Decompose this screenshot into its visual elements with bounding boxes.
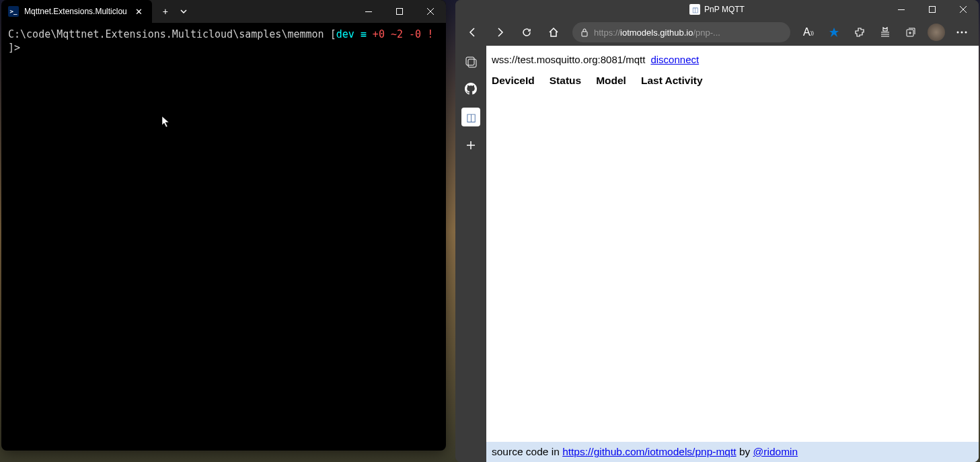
browser-main: ◫ wss://test.mosquitto.org:8081/mqtt dis…: [455, 46, 979, 462]
page-footer: source code in https://github.com/iotmod…: [486, 442, 979, 462]
forward-button[interactable]: [488, 22, 512, 43]
header-model: Model: [596, 75, 626, 87]
browser-title: ◫ PnP MQTT: [689, 4, 745, 15]
back-button[interactable]: [461, 22, 485, 43]
footer-author-link[interactable]: @ridomin: [753, 446, 798, 457]
page-top: wss://test.mosquitto.org:8081/mqtt disco…: [486, 46, 979, 95]
svg-rect-0: [365, 11, 372, 12]
close-button[interactable]: [415, 0, 446, 23]
browser-window: ◫ PnP MQTT: [455, 0, 979, 462]
connection-info: wss://test.mosquitto.org:8081/mqtt disco…: [492, 54, 973, 65]
prompt-excl: !: [427, 28, 433, 40]
svg-rect-1: [397, 9, 403, 15]
close-tab-icon[interactable]: ✕: [133, 5, 145, 18]
sidebar-add-icon[interactable]: [463, 137, 479, 153]
mouse-cursor-icon: [161, 116, 171, 128]
pnp-favicon-icon: ◫: [689, 4, 700, 15]
header-last-activity: Last Activity: [641, 75, 703, 87]
svg-rect-10: [468, 59, 476, 67]
more-menu-icon[interactable]: [950, 22, 973, 43]
browser-titlebar[interactable]: ◫ PnP MQTT: [455, 0, 979, 19]
browser-window-controls: [886, 0, 979, 19]
header-status: Status: [550, 75, 581, 87]
prompt-equals: ≡: [361, 28, 367, 40]
device-table-header: DeviceId Status Model Last Activity: [492, 75, 973, 87]
header-device-id: DeviceId: [492, 75, 535, 87]
minimize-button[interactable]: [353, 0, 384, 23]
read-aloud-icon[interactable]: A)): [797, 22, 820, 43]
lock-icon: [580, 28, 589, 37]
browser-toolbar: https://iotmodels.github.io/pnp-... A)): [455, 19, 979, 46]
footer-repo-link[interactable]: https://github.com/iotmodels/pnp-mqtt: [562, 446, 736, 457]
home-button[interactable]: [541, 22, 566, 43]
prompt-arrow: ]>: [8, 42, 20, 54]
edge-sidebar: ◫: [455, 46, 486, 462]
prompt-plus: +0: [373, 28, 385, 40]
terminal-tab-title: Mqttnet.Extensions.Multiclou: [24, 7, 127, 16]
terminal-titlebar: >_ Mqttnet.Extensions.Multiclou ✕ +: [1, 0, 446, 23]
maximize-button[interactable]: [384, 0, 415, 23]
collections-icon[interactable]: [899, 22, 922, 43]
terminal-tab[interactable]: >_ Mqttnet.Extensions.Multiclou ✕: [1, 0, 152, 23]
favorites-list-icon[interactable]: [874, 22, 897, 43]
svg-rect-2: [898, 9, 905, 10]
footer-prefix: source code in: [492, 446, 562, 457]
browser-title-text: PnP MQTT: [704, 5, 745, 14]
prompt-path: C:\code\Mqttnet.Extensions.Multicloud\sa…: [8, 28, 324, 40]
terminal-window-controls: [353, 0, 446, 23]
url-protocol: https://: [594, 28, 620, 38]
terminal-prompt-arrow-line: ]>: [8, 42, 439, 55]
sidebar-pnp-icon[interactable]: ◫: [461, 108, 480, 126]
terminal-body[interactable]: C:\code\Mqttnet.Extensions.Multicloud\sa…: [1, 23, 446, 60]
device-table: DeviceId Status Model Last Activity: [492, 75, 973, 87]
url-host: iotmodels.github.io: [620, 28, 693, 38]
sidebar-tabs-icon[interactable]: [463, 54, 479, 70]
url-path: /pnp-...: [693, 28, 720, 38]
svg-point-6: [957, 32, 959, 34]
sidebar-github-icon[interactable]: [463, 81, 479, 97]
browser-maximize-button[interactable]: [917, 0, 948, 19]
svg-rect-9: [466, 57, 474, 65]
powershell-icon: >_: [8, 6, 19, 17]
browser-minimize-button[interactable]: [886, 0, 917, 19]
tab-dropdown-icon[interactable]: [175, 7, 192, 16]
page-body-empty: [486, 95, 979, 442]
connection-url: wss://test.mosquitto.org:8081/mqtt: [492, 54, 645, 65]
terminal-window: >_ Mqttnet.Extensions.Multiclou ✕ + C:\c…: [1, 0, 446, 451]
footer-by: by: [737, 446, 753, 457]
svg-point-8: [965, 32, 967, 34]
prompt-bracket-open: [: [330, 28, 336, 40]
extensions-icon[interactable]: [848, 22, 871, 43]
refresh-button[interactable]: [515, 22, 539, 43]
disconnect-link[interactable]: disconnect: [650, 54, 699, 65]
url-text: https://iotmodels.github.io/pnp-...: [594, 28, 720, 38]
prompt-minus: -0: [409, 28, 421, 40]
profile-avatar-icon[interactable]: [925, 22, 948, 43]
browser-close-button[interactable]: [948, 0, 979, 19]
prompt-tilde: ~2: [391, 28, 403, 40]
tab-controls: +: [152, 3, 192, 20]
address-bar[interactable]: https://iotmodels.github.io/pnp-...: [572, 22, 790, 42]
new-tab-button[interactable]: +: [157, 3, 174, 20]
svg-point-7: [961, 32, 963, 34]
page-content: wss://test.mosquitto.org:8081/mqtt disco…: [486, 46, 979, 462]
prompt-branch: dev: [336, 28, 354, 40]
terminal-prompt-line: C:\code\Mqttnet.Extensions.Multicloud\sa…: [8, 28, 439, 42]
svg-rect-3: [930, 7, 936, 13]
favorite-star-icon[interactable]: [823, 22, 845, 43]
svg-rect-4: [582, 32, 587, 36]
